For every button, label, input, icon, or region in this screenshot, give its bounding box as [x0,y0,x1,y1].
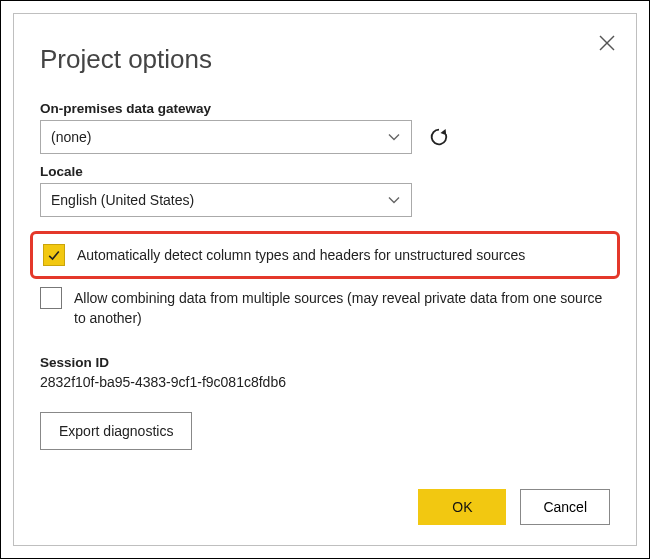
refresh-button[interactable] [428,126,450,148]
ok-label: OK [452,499,472,515]
gateway-row: (none) [40,120,610,154]
autodetect-row: Automatically detect column types and he… [43,244,607,266]
locale-value: English (United States) [51,192,194,208]
svg-marker-2 [440,129,446,135]
dialog-title: Project options [40,44,610,75]
session-block: Session ID 2832f10f-ba95-4383-9cf1-f9c08… [40,355,610,390]
cancel-label: Cancel [543,499,587,515]
close-button[interactable] [598,34,616,52]
gateway-value: (none) [51,129,91,145]
export-diagnostics-button[interactable]: Export diagnostics [40,412,192,450]
refresh-icon [428,126,450,148]
cancel-button[interactable]: Cancel [520,489,610,525]
dialog: Project options On-premises data gateway… [13,13,637,546]
dialog-footer: OK Cancel [418,489,610,525]
check-icon [46,247,62,263]
autodetect-label: Automatically detect column types and he… [77,244,525,265]
ok-button[interactable]: OK [418,489,506,525]
session-value: 2832f10f-ba95-4383-9cf1-f9c081c8fdb6 [40,374,610,390]
chevron-down-icon [387,130,401,144]
combine-label: Allow combining data from multiple sourc… [74,287,610,329]
export-diagnostics-label: Export diagnostics [59,423,173,439]
close-icon [598,34,616,52]
gateway-dropdown[interactable]: (none) [40,120,412,154]
chevron-down-icon [387,193,401,207]
gateway-label: On-premises data gateway [40,101,610,116]
combine-checkbox[interactable] [40,287,62,309]
locale-dropdown[interactable]: English (United States) [40,183,412,217]
autodetect-checkbox[interactable] [43,244,65,266]
combine-row: Allow combining data from multiple sourc… [40,287,610,329]
highlight-annotation: Automatically detect column types and he… [30,231,620,279]
screenshot-frame: Project options On-premises data gateway… [0,0,650,559]
locale-row: English (United States) [40,183,610,217]
session-label: Session ID [40,355,610,370]
locale-label: Locale [40,164,610,179]
